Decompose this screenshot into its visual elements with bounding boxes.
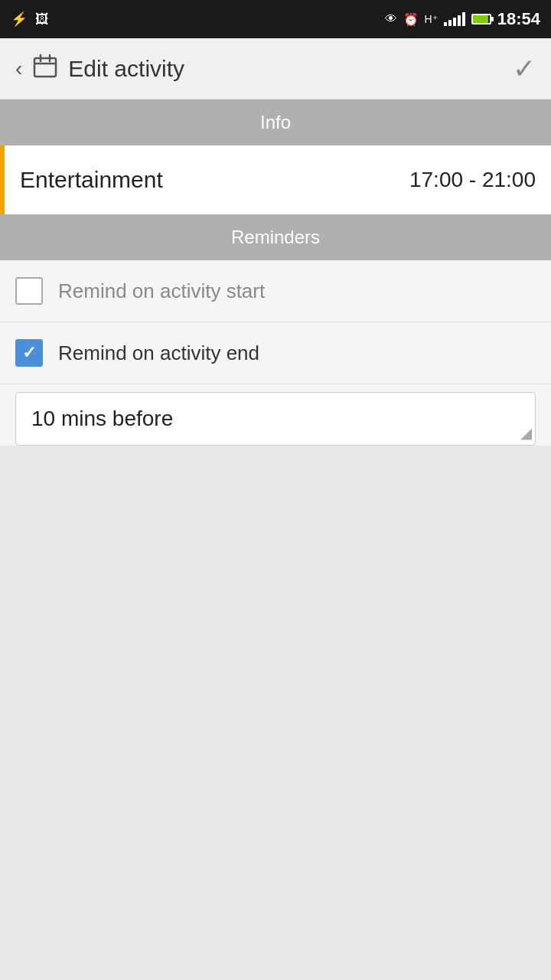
remind-end-row[interactable]: Remind on activity end [0, 322, 551, 384]
back-button[interactable]: ‹ [15, 57, 22, 81]
status-bar-right: 👁 ⏰ H⁺ 18:54 [385, 9, 540, 29]
remind-end-label: Remind on activity end [58, 341, 259, 365]
reminders-section-label: Reminders [231, 227, 320, 248]
reminders-section-header: Reminders [0, 214, 551, 260]
status-bar-left: ⚡ 🖼 [11, 11, 49, 28]
usb-icon: ⚡ [11, 11, 28, 28]
info-row: Entertainment 17:00 - 21:00 [0, 145, 551, 214]
signal-icon [444, 12, 465, 26]
eye-icon: 👁 [385, 12, 397, 26]
resize-handle-icon [517, 426, 532, 442]
app-bar-left: ‹ Edit activity [15, 54, 184, 83]
confirm-button[interactable]: ✓ [513, 53, 536, 85]
reminder-detail-box[interactable]: 10 mins before [15, 392, 536, 446]
alarm-icon: ⏰ [403, 12, 419, 27]
activity-time: 17:00 - 21:00 [409, 168, 536, 192]
svg-rect-0 [34, 58, 56, 77]
activity-name: Entertainment [20, 167, 163, 193]
battery-icon [471, 14, 491, 24]
calendar-icon [33, 54, 57, 83]
info-section-header: Info [0, 100, 551, 145]
app-bar: ‹ Edit activity ✓ [0, 38, 551, 100]
main-content-area [0, 461, 551, 920]
image-icon: 🖼 [35, 11, 49, 28]
info-section-label: Info [260, 112, 291, 133]
status-bar: ⚡ 🖼 👁 ⏰ H⁺ 18:54 [0, 0, 551, 38]
reminder-detail-text: 10 mins before [31, 407, 173, 430]
remind-end-checkbox[interactable] [15, 339, 43, 367]
data-icon: H⁺ [425, 13, 438, 25]
remind-start-label: Remind on activity start [58, 279, 265, 303]
page-title: Edit activity [68, 56, 184, 82]
reminders-content: Remind on activity start Remind on activ… [0, 260, 551, 446]
remind-start-checkbox[interactable] [15, 277, 43, 305]
remind-start-row[interactable]: Remind on activity start [0, 260, 551, 322]
status-time: 18:54 [497, 9, 540, 29]
